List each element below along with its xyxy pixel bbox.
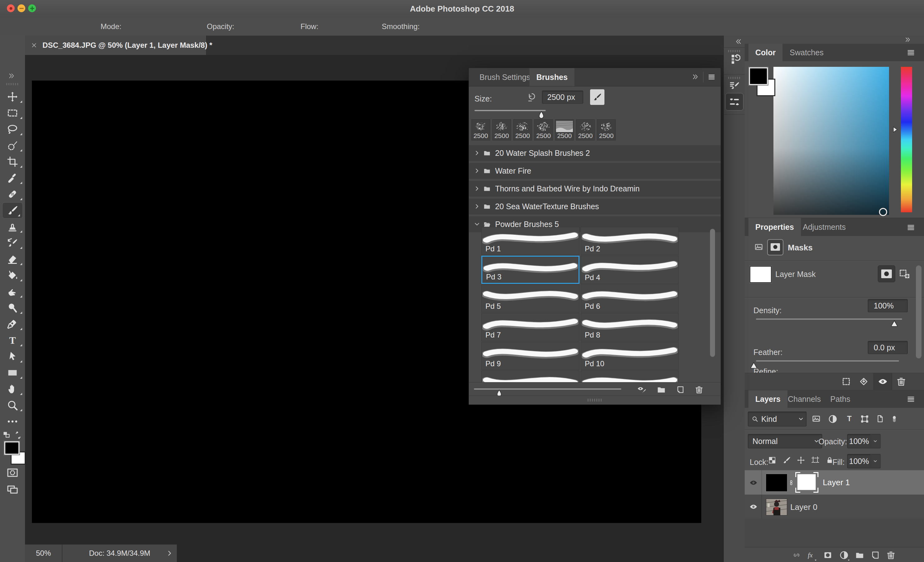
properties-panel-menu-icon[interactable] <box>906 223 916 232</box>
layers-panel-menu-icon[interactable] <box>906 395 916 403</box>
brush-folder-row[interactable]: Water Fire <box>469 163 721 179</box>
new-group-icon[interactable] <box>855 550 865 560</box>
path-selection-tool[interactable] <box>0 348 25 365</box>
add-layer-mask-icon[interactable] <box>823 550 833 560</box>
close-tab-icon[interactable] <box>31 42 38 49</box>
brush-preset-pd-2[interactable]: Pd 2 <box>581 227 679 255</box>
mask-visibility-button[interactable] <box>873 373 892 390</box>
brush-folder-row[interactable]: 20 Sea WaterTexture Brushes <box>469 199 721 214</box>
panel-resize-strip[interactable] <box>469 396 721 405</box>
fill-chevron[interactable] <box>870 454 880 468</box>
expand-dock-icon[interactable] <box>734 38 742 45</box>
layers-opacity-field[interactable]: 100% <box>847 434 871 448</box>
chevron-right-icon[interactable] <box>474 186 480 192</box>
collapse-panel-icon[interactable] <box>691 73 699 80</box>
delete-layer-trash-icon[interactable] <box>886 550 896 560</box>
layers-opacity-chevron[interactable] <box>870 434 880 448</box>
eraser-tool[interactable] <box>0 251 25 267</box>
delete-mask-trash-icon[interactable] <box>896 376 906 387</box>
delete-brush-trash-icon[interactable] <box>694 385 704 395</box>
brush-folder-row[interactable]: 20 Water Splash Brushes 2 <box>469 145 721 161</box>
feather-field[interactable]: 0.0 px <box>868 341 908 354</box>
hand-tool[interactable] <box>0 381 25 397</box>
doc-size-status[interactable]: Doc: 34.9M/34.9M <box>63 544 177 562</box>
hue-slider[interactable] <box>901 67 912 212</box>
recent-brush-4[interactable]: 2500 <box>534 119 553 141</box>
brush-preset-pd-5[interactable]: Pd 5 <box>482 285 579 313</box>
brush-preset-pd-6[interactable]: Pd 6 <box>581 285 679 313</box>
tab-brush-settings[interactable]: Brush Settings <box>472 68 537 86</box>
zoom-tool[interactable] <box>0 397 25 414</box>
color-panel-menu-icon[interactable] <box>906 48 916 57</box>
crop-tool[interactable] <box>0 154 25 170</box>
chevron-right-icon[interactable] <box>474 203 480 210</box>
filter-smart-objects-icon[interactable] <box>875 414 885 423</box>
brush-preview-toggle-button[interactable] <box>590 89 604 105</box>
tab-channels[interactable]: Channels <box>781 390 828 408</box>
color-saturation-brightness-field[interactable] <box>773 67 889 215</box>
panel-resize-grip[interactable] <box>588 399 602 402</box>
reset-size-icon[interactable] <box>526 93 536 102</box>
move-tool[interactable] <box>0 89 25 105</box>
load-selection-icon[interactable] <box>841 376 852 387</box>
brush-preset-pd-1[interactable]: Pd 1 <box>482 227 579 255</box>
select-mask-button[interactable] <box>878 265 895 282</box>
dock-grip-2[interactable] <box>728 77 741 79</box>
swap-colors-icon[interactable] <box>14 431 22 440</box>
default-colors-icon[interactable] <box>3 431 11 440</box>
smudge-tool[interactable] <box>0 283 25 300</box>
pixel-layer-properties-icon[interactable] <box>753 242 764 252</box>
layer-1-mask-thumbnail[interactable] <box>795 472 818 493</box>
brush-preset-pd-10[interactable]: Pd 10 <box>581 342 679 370</box>
lock-pixels-icon[interactable] <box>782 456 791 465</box>
chevron-right-icon[interactable] <box>474 168 480 174</box>
layer-style-fx-icon[interactable]: fx <box>807 550 816 560</box>
brush-preset-pd-9[interactable]: Pd 9 <box>482 342 579 370</box>
layer-name[interactable]: Layer 1 <box>823 478 850 487</box>
brush-preset-pd-8[interactable]: Pd 8 <box>581 313 679 341</box>
brush-folder-row[interactable]: Thorns and Barbed Wire by Indo Dreamin <box>469 181 721 197</box>
fill-field[interactable]: 100% <box>847 454 871 468</box>
apply-mask-icon[interactable] <box>858 376 869 387</box>
mask-link-icon[interactable] <box>788 477 794 489</box>
chevron-down-icon[interactable] <box>474 221 480 227</box>
quick-selection-tool[interactable] <box>0 137 25 154</box>
recent-brush-7[interactable]: 2500 <box>597 119 616 141</box>
dodge-tool[interactable] <box>0 300 25 316</box>
brush-preset-pd-3[interactable]: Pd 3 <box>482 256 579 284</box>
tab-properties[interactable]: Properties <box>748 218 801 236</box>
recent-brush-1[interactable]: 2500 <box>471 119 490 141</box>
layer-filter-kind-dropdown[interactable]: Kind <box>748 412 807 427</box>
tab-swatches[interactable]: Swatches <box>783 44 830 61</box>
brush-tool[interactable] <box>2 202 23 219</box>
chevron-right-icon[interactable] <box>474 150 480 156</box>
color-cursor[interactable] <box>879 208 887 216</box>
clone-stamp-tool[interactable] <box>0 219 25 235</box>
recent-brush-2[interactable]: 2500 <box>492 119 511 141</box>
hue-pointer-icon[interactable] <box>892 126 898 133</box>
filter-type-layers-icon[interactable]: T <box>844 414 854 423</box>
add-vector-mask-icon[interactable] <box>898 267 911 280</box>
toolbar-grip[interactable] <box>6 83 20 85</box>
brush-preset-pd-7[interactable]: Pd 7 <box>482 313 579 341</box>
tab-adjustments[interactable]: Adjustments <box>796 218 853 236</box>
collapse-panels-icon[interactable] <box>904 36 912 43</box>
brush-preset-partial[interactable] <box>482 371 579 382</box>
filter-shape-layers-icon[interactable] <box>860 414 870 424</box>
size-slider-track[interactable] <box>474 110 546 111</box>
brush-preset-pd-4[interactable]: Pd 4 <box>581 256 679 284</box>
pen-tool[interactable] <box>0 316 25 332</box>
mask-properties-button[interactable] <box>767 239 783 255</box>
density-slider-track[interactable] <box>756 318 902 320</box>
tab-brushes[interactable]: Brushes <box>530 68 574 86</box>
layer-0-thumbnail[interactable] <box>766 499 787 516</box>
brush-preset-partial[interactable] <box>581 371 679 382</box>
properties-scrollbar[interactable] <box>916 265 921 358</box>
lock-transparency-icon[interactable] <box>768 456 777 465</box>
tab-color[interactable]: Color <box>748 44 783 61</box>
new-brush-group-icon[interactable] <box>656 385 666 395</box>
zoom-level-field[interactable]: 50% <box>25 544 63 562</box>
rectangular-marquee-tool[interactable] <box>0 105 25 121</box>
tab-paths[interactable]: Paths <box>824 390 857 408</box>
screen-mode-button[interactable] <box>6 483 19 495</box>
